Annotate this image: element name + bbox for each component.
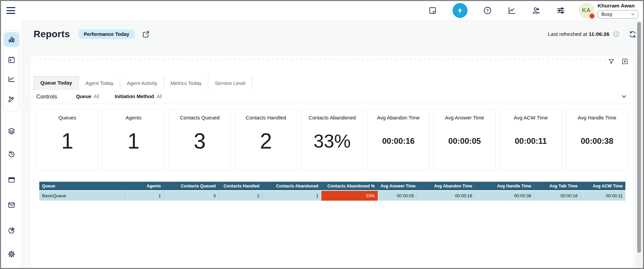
tab-metrics-today[interactable]: Metrics Today [164, 77, 208, 89]
cell-avg-abandon-time: 00:00:16 [417, 190, 475, 201]
app-window: ? [0, 0, 644, 269]
cell-contacts-queued: 3 [164, 190, 219, 201]
card-contacts-handled: Contacts Handled 2 [235, 109, 297, 171]
page-header: Reports Performance Today Last refreshed… [22, 20, 643, 40]
tab-queue-today[interactable]: Queue Today [34, 76, 79, 90]
cell-avg-acw-time: 00:00:11 [581, 190, 625, 201]
filter-icon[interactable] [607, 57, 615, 65]
card-avg-acw-time-value: 00:00:11 [515, 120, 547, 170]
cell-avg-handle-time: 00:00:38 [475, 190, 534, 201]
info-icon[interactable] [613, 31, 620, 38]
collapse-controls-chevron-icon[interactable] [621, 93, 627, 100]
sidebar-item-email[interactable] [4, 198, 19, 212]
queue-metrics-table: Queue Agents Contacts Queued Contacts Ha… [39, 182, 625, 201]
card-agents-value: 1 [127, 120, 140, 170]
card-avg-acw-time: Avg ACW Time 00:00:11 [500, 109, 562, 171]
card-avg-abandon-time: Avg Abandon Time 00:00:16 [367, 109, 429, 171]
drag-handle-dots[interactable] [35, 59, 610, 60]
card-avg-answer-time-value: 00:00:05 [448, 120, 481, 170]
report-tabs: Queue Today Agent Today Agent Activity M… [31, 56, 633, 89]
open-in-new-window-icon[interactable] [142, 30, 150, 38]
presence-busy-dot [589, 14, 595, 19]
settings-sliders-icon[interactable] [556, 6, 565, 15]
sidebar-item-calendar[interactable] [4, 52, 19, 67]
help-icon[interactable]: ? [483, 6, 492, 15]
hamburger-menu-icon[interactable] [6, 7, 15, 14]
top-bar: ? [1, 1, 643, 20]
card-queues: Queues 1 [36, 109, 98, 171]
tab-agent-activity[interactable]: Agent Activity [120, 77, 164, 89]
sidebar-nav [1, 20, 22, 268]
card-contacts-handled-value: 2 [260, 120, 272, 170]
initiation-method-filter[interactable]: Initiation Method All [115, 94, 162, 99]
sidebar-item-annotate[interactable] [4, 92, 19, 107]
card-avg-answer-time: Avg Answer Time 00:00:05 [434, 109, 496, 171]
user-name: Khurram Awan [598, 3, 638, 9]
agents-icon[interactable] [532, 6, 541, 15]
cell-avg-answer-time: 00:00:05 [378, 190, 417, 201]
sidebar-item-layers[interactable] [4, 124, 19, 138]
controls-title: Controls [36, 93, 57, 100]
notes-icon[interactable] [428, 6, 437, 15]
sidebar-item-settings[interactable] [4, 247, 19, 262]
metrics-icon[interactable] [507, 6, 516, 15]
last-refreshed-text: Last refreshed at 11:06:26 [548, 31, 609, 37]
table-row[interactable]: BasicQueue 1 3 2 1 33% 00:00:05 00:00:16… [39, 190, 625, 201]
queue-filter[interactable]: Queue All [76, 94, 99, 99]
report-panel: Queue Today Agent Today Agent Activity M… [31, 56, 633, 268]
queue-filter-label: Queue [76, 94, 91, 99]
cell-contacts-abandoned: 1 [263, 190, 321, 201]
initiation-method-filter-value: All [157, 94, 162, 99]
panel-toolbar [607, 57, 629, 65]
scrollbar-thumb[interactable] [637, 22, 641, 253]
tab-service-level[interactable]: Service Level [208, 77, 252, 89]
download-icon[interactable] [621, 57, 629, 65]
table-header-row: Queue Agents Contacts Queued Contacts Ha… [39, 182, 625, 190]
page-title: Reports [34, 29, 70, 40]
report-name-badge: Performance Today [79, 29, 134, 39]
card-contacts-abandoned: Contacts Abandoned 33% [301, 109, 363, 171]
refresh-icon[interactable] [628, 30, 637, 39]
quick-actions-flash-icon[interactable] [453, 3, 468, 18]
svg-text:?: ? [486, 8, 489, 13]
queue-filter-value: All [94, 94, 99, 99]
cell-avg-talk-time: 00:00:16 [534, 190, 581, 201]
sidebar-item-line-chart[interactable] [4, 72, 19, 87]
cell-agents: 1 [125, 190, 164, 201]
sidebar-item-bar-chart[interactable] [4, 32, 19, 47]
sidebar-item-history[interactable] [4, 147, 19, 161]
card-contacts-queued-value: 3 [194, 120, 206, 170]
card-queues-value: 1 [61, 120, 74, 170]
summary-cards: Queues 1 Agents 1 Contacts Queued 3 Cont… [31, 104, 633, 171]
cell-contacts-handled: 2 [219, 190, 263, 201]
card-contacts-abandoned-value: 33% [313, 120, 351, 170]
card-agents: Agents 1 [102, 109, 164, 171]
initiation-method-filter-label: Initiation Method [115, 94, 154, 99]
card-contacts-queued: Contacts Queued 3 [169, 109, 231, 171]
user-block: KA Khurram Awan Busy [579, 3, 638, 19]
card-avg-handle-time-value: 00:00:38 [581, 120, 613, 170]
status-select-value: Busy [601, 12, 612, 17]
vertical-scrollbar[interactable] [637, 21, 642, 267]
card-avg-abandon-time-value: 00:00:16 [382, 120, 415, 170]
tab-agent-today[interactable]: Agent Today [79, 77, 120, 89]
chevron-down-icon [630, 12, 635, 17]
sidebar-item-pie-chart[interactable] [4, 223, 19, 238]
cell-contacts-abandoned-pct: 33% [321, 190, 378, 201]
status-select[interactable]: Busy [598, 10, 638, 19]
cell-queue: BasicQueue [39, 190, 125, 201]
card-avg-handle-time: Avg Handle Time 00:00:38 [566, 109, 628, 171]
sidebar-item-window[interactable] [4, 173, 19, 187]
controls-row: Controls Queue All Initiation Method All [31, 89, 633, 104]
main-content: Reports Performance Today Last refreshed… [22, 20, 643, 268]
last-refreshed-time: 11:06:26 [589, 31, 609, 37]
